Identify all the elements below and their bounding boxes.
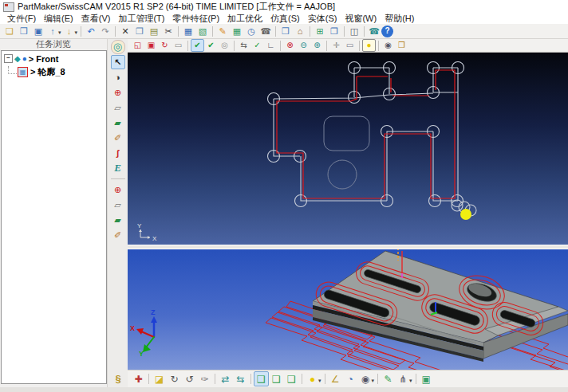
save-file-icon[interactable]: ▣ — [31, 24, 45, 38]
setup-check-icon[interactable]: ✓ — [250, 39, 264, 52]
brush-icon[interactable]: ✑ — [197, 371, 212, 386]
flip-vertical-icon[interactable]: ⇆ — [233, 371, 248, 386]
render-document-icon[interactable]: ❒ — [395, 39, 408, 52]
target-point2-icon[interactable]: ⊕ — [111, 182, 125, 197]
tree-node-contour8[interactable]: ▦ > 轮廓_8 — [2, 66, 106, 78]
redo-icon[interactable]: ↷ — [98, 24, 112, 38]
verify-toolpath-icon[interactable]: ✔ — [191, 39, 204, 52]
verify-off-icon[interactable]: ◎ — [218, 39, 231, 52]
menu-simulation[interactable]: 仿真(S) — [266, 13, 304, 25]
rotate-cw-icon[interactable]: ↻ — [167, 371, 182, 386]
tree-node-contour8-label[interactable]: > 轮廓_8 — [30, 66, 65, 78]
split-view-icon[interactable]: ◫ — [347, 24, 361, 38]
highlight-toggle-icon[interactable]: ● — [362, 39, 376, 52]
light-dropdown-icon[interactable]: ▾ — [318, 378, 321, 384]
menu-edit[interactable]: 编辑(E) — [40, 13, 77, 25]
tree-node-front-label[interactable]: > Front — [29, 54, 59, 64]
menu-machining-manager[interactable]: 加工管理(T) — [114, 13, 168, 25]
viewport-3d[interactable]: Z X Y — [128, 249, 568, 370]
import-dropdown-icon[interactable]: ▾ — [58, 29, 61, 36]
tree-expand-toggle[interactable]: − — [4, 54, 13, 63]
menu-window[interactable]: 视窗(W) — [341, 13, 381, 25]
geometry-toolbar: ◎ ↖ ◑ ⊕ ▱ ▰ ✐ ʃ E ⊕ ▱ ▰ ✐ § — [107, 39, 128, 392]
rotate-face-icon[interactable]: ↻ — [158, 39, 172, 52]
boundary-window-icon[interactable]: ▣ — [144, 39, 158, 52]
library-icon[interactable]: ⌂ — [293, 24, 307, 38]
tree-connector — [8, 66, 17, 74]
edit-document-icon[interactable]: ✎ — [215, 24, 230, 38]
pan-icon[interactable]: ✛ — [329, 39, 343, 52]
tree-node-front[interactable]: − ◆ ● > Front — [2, 53, 106, 65]
task-tree[interactable]: − ◆ ● > Front ▦ > 轮廓_8 — [1, 50, 107, 384]
rotate-ccw-icon[interactable]: ↺ — [182, 371, 197, 386]
zoom-window-icon[interactable]: ▭ — [343, 39, 357, 52]
collet-icon[interactable]: ◎ — [111, 40, 125, 54]
document-views-icon[interactable]: ❐ — [327, 24, 341, 38]
right-view-icon[interactable]: ❑ — [284, 371, 299, 386]
surface-pen-icon[interactable]: ✐ — [111, 131, 125, 145]
trim-icon[interactable]: ✂ — [161, 24, 176, 38]
new-file-icon[interactable]: ❏ — [2, 24, 17, 38]
cut-icon[interactable]: ✕ — [118, 24, 132, 38]
svg-text:Y: Y — [137, 222, 142, 229]
save-image-icon[interactable]: ▧ — [195, 24, 210, 38]
swap-path-icon[interactable]: ⇆ — [237, 39, 250, 52]
menu-optimization[interactable]: 加工优化 — [223, 13, 266, 25]
svg-text:Z: Z — [151, 308, 156, 316]
spline-icon[interactable]: ʃ — [111, 146, 125, 160]
export-dropdown-icon[interactable]: ▾ — [75, 29, 78, 36]
viewport-2d[interactable]: Y X — [128, 53, 568, 245]
camera-dropdown-icon[interactable]: ▾ — [372, 378, 375, 384]
plain-window-icon[interactable]: ▭ — [172, 39, 185, 52]
front-face-globe-icon: ● — [22, 54, 27, 63]
iso-view-icon[interactable]: ❑ — [254, 371, 269, 386]
parts-folder-icon[interactable]: ❒ — [278, 24, 293, 38]
profile-icon[interactable]: ▰ — [111, 116, 125, 130]
undo-icon[interactable]: ↶ — [84, 24, 98, 38]
profile2-icon[interactable]: ▰ — [111, 213, 125, 227]
zoom-in-icon[interactable]: ⊕ — [310, 39, 324, 52]
viewport-toolbar: ◱ ▣ ↻ ▭ ✔ ✔ ◎ ⇆ ✓ ∟ ⊗ ⊖ ⊕ ✛ ▭ ● ◉ ❒ — [128, 39, 568, 53]
menu-help[interactable]: 帮助(H) — [381, 13, 418, 25]
spring-icon[interactable]: § — [111, 372, 125, 386]
erase-icon[interactable]: ◪ — [152, 371, 167, 386]
menu-solids[interactable]: 实体(S) — [304, 13, 341, 25]
windows-grid-icon[interactable]: ⊞ — [313, 24, 327, 38]
node-path-icon[interactable]: ∟ — [264, 39, 278, 52]
datum-icon[interactable]: ◑ — [111, 70, 125, 84]
inspect-icon[interactable]: ◉ — [381, 39, 395, 52]
angle-measure-icon[interactable]: ∠ — [328, 371, 343, 386]
axes-icon[interactable]: ✚ — [131, 371, 146, 386]
snapshot-icon[interactable]: ▣ — [419, 371, 434, 386]
zoom-out-icon[interactable]: ⊖ — [297, 39, 310, 52]
left-view-icon[interactable]: ❑ — [269, 371, 284, 386]
paste-icon[interactable]: ▤ — [147, 24, 161, 38]
menu-part-features[interactable]: 零件特征(P) — [168, 13, 223, 25]
title-bar: PartMaker/SwissCAM V2015 R1 SP2 (64-bit)… — [0, 0, 568, 14]
flip-horizontal-icon[interactable]: ⇄ — [218, 371, 233, 386]
target-point-icon[interactable]: ⊕ — [111, 85, 125, 100]
face-window-icon[interactable]: ◱ — [131, 39, 144, 52]
help-icon[interactable]: ? — [381, 25, 393, 37]
connection-icon[interactable]: ☎ — [258, 24, 273, 38]
open-file-icon[interactable]: ❒ — [17, 24, 31, 38]
verify-solid-icon[interactable]: ✔ — [204, 39, 218, 52]
process-table-icon[interactable]: ▦ — [230, 24, 244, 38]
surface-pen2-icon[interactable]: ✐ — [111, 228, 125, 242]
boundary-nodes2-icon[interactable]: ▱ — [111, 198, 125, 212]
cycle-time-icon[interactable]: ◷ — [244, 24, 258, 38]
contour-feature-icon: ▦ — [18, 67, 28, 77]
text-tool-icon[interactable]: E — [111, 161, 125, 175]
probe-dropdown-icon[interactable]: ▾ — [409, 378, 412, 384]
contact-support-icon[interactable]: ☎ — [367, 24, 381, 38]
status-strip — [0, 387, 568, 392]
menu-file[interactable]: 文件(F) — [3, 13, 40, 25]
copy-icon[interactable]: ❐ — [132, 24, 147, 38]
menu-view[interactable]: 查看(V) — [77, 13, 115, 25]
print-setup-icon[interactable]: ▦ — [181, 24, 195, 38]
select-cursor-icon[interactable]: ↖ — [111, 55, 125, 69]
zoom-clear-icon[interactable]: ⊗ — [283, 39, 297, 52]
gauge-icon[interactable]: ◔ — [343, 371, 358, 386]
boundary-nodes-icon[interactable]: ▱ — [111, 100, 125, 115]
pencil-icon[interactable]: ✎ — [381, 371, 396, 386]
